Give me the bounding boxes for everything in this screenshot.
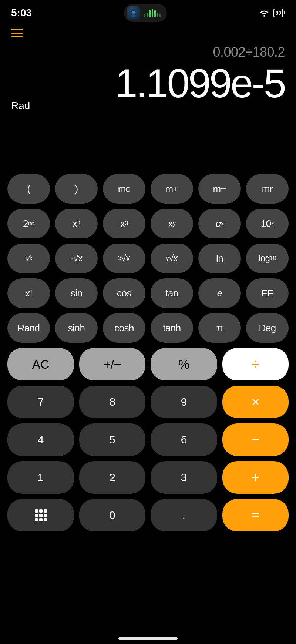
svg-rect-15 [44,518,47,521]
btn-cos[interactable]: cos [103,278,145,308]
btn-yrt[interactable]: y√x [151,244,193,273]
btn-4[interactable]: 4 [7,423,74,456]
svg-rect-13 [35,518,38,521]
svg-rect-10 [35,514,38,517]
btn-cosh[interactable]: cosh [103,313,145,343]
svg-rect-14 [39,518,43,521]
display: 0.002÷180.2 1.1099e-5 [0,44,296,104]
btn-cbrt[interactable]: 3√x [103,244,145,273]
row-456: 4 5 6 − [7,423,289,456]
btn-decimal[interactable]: . [151,499,217,531]
btn-6[interactable]: 6 [151,423,217,456]
status-center [124,4,167,22]
app-icon [127,6,140,20]
btn-tanh[interactable]: tanh [151,313,193,343]
btn-m-minus[interactable]: m− [198,174,241,204]
result: 1.1099e-5 [11,63,285,104]
btn-keypad[interactable] [7,499,74,531]
battery-level: 80 [275,10,281,16]
btn-x-cubed[interactable]: x3 [103,209,145,238]
angle-mode[interactable]: Rad [11,100,30,112]
btn-multiply[interactable]: × [222,386,289,418]
btn-2nd[interactable]: 2nd [7,209,50,238]
row-789: 7 8 9 × [7,386,289,418]
status-right: 80 [259,9,285,17]
svg-rect-8 [39,509,43,513]
buttons-container: ( ) mc m+ m− mr 2nd x2 x3 xy ex 10x 1⁄x … [0,174,296,531]
btn-subtract[interactable]: − [222,423,289,456]
btn-ln[interactable]: ln [198,244,241,273]
btn-log10[interactable]: log10 [246,244,289,273]
svg-rect-9 [44,509,47,513]
btn-7[interactable]: 7 [7,386,74,418]
btn-3[interactable]: 3 [151,461,217,494]
row-memory: ( ) mc m+ m− mr [7,174,289,204]
svg-point-2 [131,15,136,17]
row-utility: AC +/− % ÷ [7,348,289,380]
btn-ee[interactable]: EE [246,278,289,308]
btn-mc[interactable]: mc [103,174,145,204]
btn-reciprocal[interactable]: 1⁄x [7,244,50,273]
btn-rand[interactable]: Rand [7,313,50,343]
svg-point-1 [132,11,135,14]
btn-e-to-x[interactable]: ex [198,209,241,238]
btn-e-const[interactable]: e [198,278,241,308]
btn-x-to-y[interactable]: xy [151,209,193,238]
btn-add[interactable]: + [222,461,289,494]
btn-clear[interactable]: AC [7,348,74,380]
btn-equals[interactable]: = [222,499,289,531]
btn-m-plus[interactable]: m+ [151,174,193,204]
status-time: 5:03 [11,7,32,19]
btn-9[interactable]: 9 [151,386,217,418]
btn-x-squared[interactable]: x2 [55,209,98,238]
svg-rect-7 [35,509,38,513]
status-bar: 5:03 80 [0,0,296,21]
btn-deg[interactable]: Deg [246,313,289,343]
expression: 0.002÷180.2 [11,44,285,60]
svg-rect-6 [11,36,23,37]
row-powers: 2nd x2 x3 xy ex 10x [7,209,289,238]
btn-divide[interactable]: ÷ [222,348,289,380]
btn-open-paren[interactable]: ( [7,174,50,204]
btn-2[interactable]: 2 [79,461,146,494]
btn-0[interactable]: 0 [79,499,146,531]
menu-button[interactable] [10,28,24,40]
row-trig: x! sin cos tan e EE [7,278,289,308]
btn-sin[interactable]: sin [55,278,98,308]
btn-sinh[interactable]: sinh [55,313,98,343]
home-indicator [118,637,178,640]
btn-sqrt[interactable]: 2√x [55,244,98,273]
wifi-icon [259,9,270,17]
row-123: 1 2 3 + [7,461,289,494]
row-zero: 0 . = [7,499,289,531]
btn-mr[interactable]: mr [246,174,289,204]
btn-tan[interactable]: tan [151,278,193,308]
row-roots: 1⁄x 2√x 3√x y√x ln log10 [7,244,289,273]
svg-rect-5 [11,33,23,34]
svg-rect-4 [11,29,23,30]
btn-pi[interactable]: π [198,313,241,343]
row-hyp: Rand sinh cosh tanh π Deg [7,313,289,343]
btn-8[interactable]: 8 [79,386,146,418]
btn-close-paren[interactable]: ) [55,174,98,204]
svg-rect-11 [39,514,43,517]
audio-bars [144,9,161,17]
btn-factorial[interactable]: x! [7,278,50,308]
btn-percent[interactable]: % [151,348,217,380]
btn-1[interactable]: 1 [7,461,74,494]
btn-5[interactable]: 5 [79,423,146,456]
btn-sign[interactable]: +/− [79,348,146,380]
battery-icon: 80 [273,9,285,17]
svg-point-3 [263,15,265,17]
btn-10-to-x[interactable]: 10x [246,209,289,238]
svg-rect-12 [44,514,47,517]
